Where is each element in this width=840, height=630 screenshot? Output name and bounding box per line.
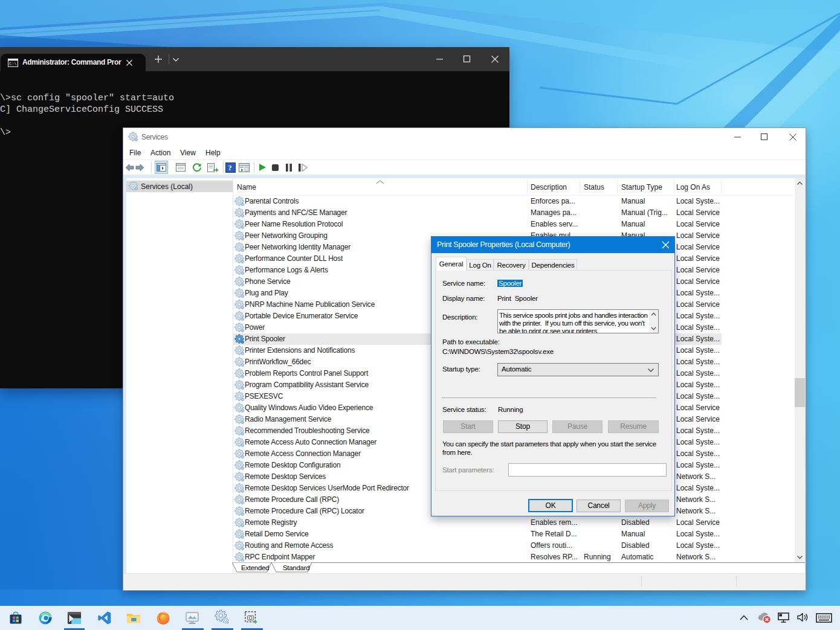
- svg-text:Extended: Extended: [241, 564, 269, 571]
- svg-text:?: ?: [228, 164, 232, 172]
- svg-text:C:\: C:\: [9, 62, 17, 66]
- svg-text:Standard: Standard: [283, 564, 309, 571]
